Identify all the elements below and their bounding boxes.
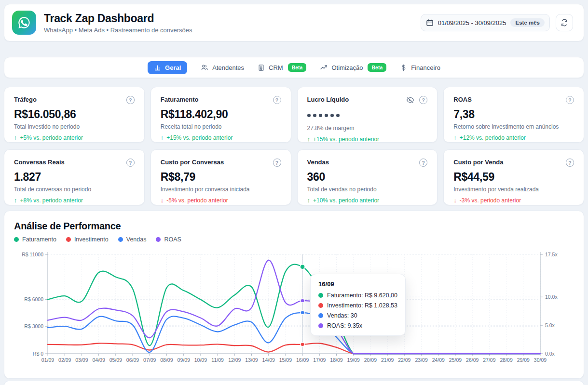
svg-text:18/09: 18/09 <box>330 357 342 363</box>
legend-dot <box>66 237 71 242</box>
help-icon[interactable]: ? <box>566 159 574 167</box>
svg-text:R$ 11000: R$ 11000 <box>22 252 43 257</box>
svg-text:27/09: 27/09 <box>483 357 495 363</box>
svg-text:11/09: 11/09 <box>211 357 224 363</box>
dashboard-page: Track Zap Dashboard WhatsApp • Meta Ads … <box>0 0 588 385</box>
kpi-value: R$118.402,90 <box>161 108 281 121</box>
help-icon[interactable]: ? <box>126 159 135 167</box>
svg-text:R$ 6000: R$ 6000 <box>24 296 43 302</box>
whatsapp-icon <box>17 16 31 29</box>
tab-crm[interactable]: CRM Beta <box>258 63 306 72</box>
date-range-value: 01/09/2025 - 30/09/2025 <box>438 19 506 27</box>
svg-text:10.0x: 10.0x <box>545 294 558 300</box>
svg-text:R$ 3000: R$ 3000 <box>24 323 43 329</box>
svg-text:R$ 0: R$ 0 <box>33 351 43 357</box>
help-icon[interactable]: ? <box>273 159 281 167</box>
bar-chart-icon <box>154 64 161 71</box>
help-icon[interactable]: ? <box>419 96 427 104</box>
legend-faturamento[interactable]: Faturamento <box>14 236 56 243</box>
kpi-value: R$16.050,86 <box>14 108 135 121</box>
tooltip-row: Vendas: 30 <box>318 312 397 319</box>
kpi-card-custo-por-venda: Custo por Venda ? R$44,59 Investimento p… <box>443 149 584 205</box>
tab-geral[interactable]: Geral <box>148 61 187 74</box>
performance-chart-svg[interactable]: R$ 0R$ 3000R$ 6000R$ 110000.0x5.0x10.0x1… <box>14 249 575 369</box>
eye-off-icon[interactable] <box>406 96 414 104</box>
trend-up-icon: ↑ <box>14 197 17 204</box>
legend-roas[interactable]: ROAS <box>156 236 181 243</box>
svg-text:20/09: 20/09 <box>364 357 377 363</box>
chart-area[interactable]: R$ 0R$ 3000R$ 6000R$ 110000.0x5.0x10.0x1… <box>14 249 574 371</box>
svg-text:22/09: 22/09 <box>398 357 410 363</box>
kpi-card-roas: ROAS ? 7,38 Retorno sobre investimento e… <box>443 87 584 143</box>
svg-text:28/09: 28/09 <box>500 357 512 363</box>
trend-up-icon: ↑ <box>307 197 311 204</box>
svg-text:03/09: 03/09 <box>75 357 88 363</box>
svg-text:16/09: 16/09 <box>296 357 309 363</box>
masked-value <box>307 108 428 122</box>
tooltip-row: Faturamento: R$ 9.620,00 <box>318 292 397 299</box>
kpi-card-trafego: Tráfego ? R$16.050,86 Total investido no… <box>4 87 145 143</box>
kpi-value: 360 <box>307 171 428 184</box>
refresh-button[interactable] <box>556 14 573 31</box>
legend-dot <box>156 237 161 242</box>
svg-text:29/09: 29/09 <box>517 357 530 363</box>
svg-text:05/09: 05/09 <box>109 357 122 363</box>
svg-text:06/09: 06/09 <box>126 357 139 363</box>
tooltip-date: 16/09 <box>318 280 397 288</box>
series-dot <box>318 313 323 318</box>
kpi-value: R$44,59 <box>453 171 574 184</box>
legend-dot <box>14 237 19 242</box>
tab-atendentes[interactable]: Atendentes <box>201 64 244 71</box>
kpi-value: R$8,79 <box>161 171 281 184</box>
building-icon <box>258 64 265 71</box>
chart-legend: Faturamento Investimento Vendas ROAS <box>14 236 574 243</box>
svg-text:25/09: 25/09 <box>449 357 462 363</box>
trend-down-icon: ↓ <box>161 197 164 204</box>
trend-up-icon: ↑ <box>307 135 311 143</box>
chart-tooltip: 16/09 Faturamento: R$ 9.620,00 Investime… <box>310 274 406 336</box>
svg-text:10/09: 10/09 <box>194 357 207 363</box>
svg-text:30/09: 30/09 <box>534 357 547 363</box>
svg-text:5.0x: 5.0x <box>545 322 555 328</box>
trend-down-icon: ↓ <box>453 197 457 204</box>
svg-text:13/09: 13/09 <box>245 357 258 363</box>
kpi-card-vendas: Vendas ? 360 Total de vendas no periodo … <box>297 149 438 205</box>
kpi-card-lucro-liquido: Lucro Líquido ? 27.8% de margem ↑+15% vs… <box>297 87 438 143</box>
svg-text:07/09: 07/09 <box>143 357 156 363</box>
tab-bar: Geral Atendentes CRM Beta Otimização Bet… <box>4 57 584 78</box>
tab-otimizacao[interactable]: Otimização Beta <box>320 63 386 72</box>
beta-badge: Beta <box>368 63 386 72</box>
beta-badge: Beta <box>288 63 307 72</box>
legend-investimento[interactable]: Investimento <box>66 236 109 243</box>
svg-text:14/09: 14/09 <box>262 357 275 363</box>
series-dot <box>318 293 323 298</box>
series-dot <box>318 303 323 308</box>
kpi-card-custo-por-conversas: Custo por Conversas ? R$8,79 Investiment… <box>150 149 291 205</box>
date-preset-badge[interactable]: Este mês <box>510 18 545 27</box>
kpi-card-conversas-reais: Conversas Reais ? 1.827 Total de convers… <box>4 149 145 205</box>
trending-up-icon <box>320 64 328 71</box>
kpi-grid: Tráfego ? R$16.050,86 Total investido no… <box>4 87 584 205</box>
performance-chart-card: Análise de Performance Faturamento Inves… <box>4 211 584 379</box>
help-icon[interactable]: ? <box>419 159 427 167</box>
page-title: Track Zap Dashboard <box>44 12 192 25</box>
svg-text:02/09: 02/09 <box>58 357 71 363</box>
header: Track Zap Dashboard WhatsApp • Meta Ads … <box>4 4 584 41</box>
help-icon[interactable]: ? <box>273 96 281 104</box>
kpi-value: 1.827 <box>14 171 135 184</box>
chart-title: Análise de Performance <box>14 221 574 232</box>
next-section-peek <box>4 381 584 385</box>
date-range-picker[interactable]: 01/09/2025 - 30/09/2025 Este mês <box>421 14 550 31</box>
tab-financeiro[interactable]: Financeiro <box>400 64 440 71</box>
svg-text:12/09: 12/09 <box>228 357 241 363</box>
help-icon[interactable]: ? <box>566 96 574 104</box>
header-brand: Track Zap Dashboard WhatsApp • Meta Ads … <box>12 11 192 35</box>
whatsapp-logo <box>12 11 36 35</box>
series-dot <box>318 323 323 328</box>
svg-text:23/09: 23/09 <box>415 357 427 363</box>
svg-text:21/09: 21/09 <box>381 357 394 363</box>
refresh-icon <box>561 19 568 27</box>
help-icon[interactable]: ? <box>126 96 135 104</box>
legend-vendas[interactable]: Vendas <box>118 236 147 243</box>
trend-up-icon: ↑ <box>14 134 17 141</box>
